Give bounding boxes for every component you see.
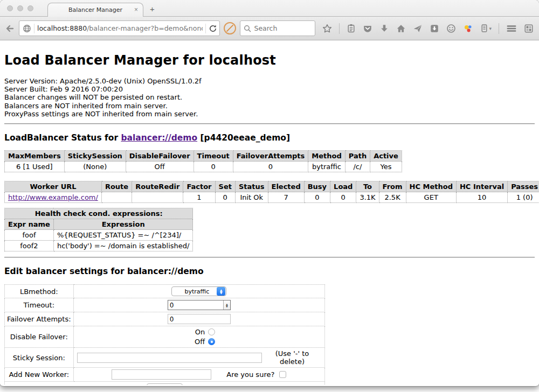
select-stepper-icon: ▲▼ [217,287,225,296]
table-cell: 0 [304,192,330,203]
submit-row: Submit [5,382,325,385]
failover-attempts-input[interactable] [168,314,231,324]
container-icon [480,24,489,33]
zoom-window-button[interactable] [27,5,33,11]
persist-notice-line: Balancer changes will NOT be persisted o… [4,93,535,101]
table-cell: (None) [64,162,126,172]
tab-close-button[interactable]: × [134,6,138,13]
sticky-session-hint: (Use '-' to delete) [262,349,322,366]
table-cell: 2.5K [379,192,406,203]
lbmethod-select[interactable]: bytraffic ▲▼ [171,286,226,296]
disable-failover-on-option: On [183,328,215,336]
health-check-table: Health check cond. expressions:Expr name… [4,208,193,251]
server-version-line: Server Version: Apache/2.5.0-dev (Unix) … [4,77,535,85]
balancer-demo-link[interactable]: balancer://demo [121,133,197,143]
are-you-sure-checkbox[interactable] [279,371,286,378]
column-header: From [379,181,406,192]
close-window-button[interactable] [7,5,13,11]
worker-table: Worker URLRouteRouteRedirFactorSetStatus… [4,181,539,203]
disable-failover-off-radio[interactable] [208,338,215,345]
downloads-button[interactable] [378,23,390,34]
submit-button[interactable]: Submit [147,383,183,385]
table-header-row: Worker URLRouteRouteRedirFactorSetStatus… [5,181,539,192]
table-cell: foof [5,230,54,241]
failover-attempts-label: Failover Attempts: [5,312,74,326]
menu-button[interactable] [505,23,518,34]
table-row: foof%{REQUEST_STATUS} =~ /^[234]/ [5,230,193,241]
inherit-notice-line: Balancers are NOT inherited from main se… [4,102,535,110]
edit-balancer-heading: Edit balancer settings for balancer://de… [4,267,535,276]
back-arrow-icon [4,23,15,34]
tab-balancer-manager[interactable]: Balancer Manager × [47,3,143,17]
save-box-button[interactable] [429,23,440,34]
new-tab-button[interactable]: + [150,4,155,13]
bookmark-button[interactable] [321,23,333,34]
column-header: HC Interval [456,181,507,192]
sticky-session-input[interactable] [77,353,262,363]
reading-list-button[interactable] [345,23,357,34]
tile-grid-button[interactable] [523,23,535,34]
status-heading-suffix: [p4420eeae_demo] [197,133,290,143]
toolbar-divider [339,23,340,34]
url-divider [34,24,34,33]
table-cell: foof2 [5,241,54,251]
search-bar[interactable] [240,20,315,36]
number-spinner-icon[interactable]: ▲▼ [223,300,230,310]
table-row: 6 [1 Used](None)Off00bytraffic/c/Yes [5,162,402,172]
lbmethod-label: LBmethod: [5,285,74,298]
disable-failover-off-option: Off [183,338,215,346]
status-heading-prefix: LoadBalancer Status for [4,133,121,143]
worker-url-link[interactable]: http://www.example.com/ [8,193,98,201]
table-cell: GET [406,192,456,203]
back-button[interactable] [4,23,15,34]
sticky-session-row: Sticky Session: (Use '-' to delete) [5,348,325,368]
pocket-button[interactable] [362,23,374,34]
blocked-plugin-icon[interactable] [224,22,236,34]
table-header-row: MaxMembersStickySessionDisableFailoverTi… [5,151,402,162]
disable-failover-options: On Off [76,328,322,346]
url-bar[interactable]: localhost:8880/balancer-manager?b=demo&n… [19,20,220,36]
reload-button[interactable] [209,24,217,33]
table-title: Health check cond. expressions: [5,208,193,219]
url-divider [205,24,206,33]
timeout-input[interactable] [168,300,223,310]
home-button[interactable] [395,23,407,34]
search-input[interactable] [254,24,308,32]
container-button[interactable]: ▾ [479,23,493,34]
add-worker-row: Add New Worker: Are you sure? [5,368,325,382]
pocket-icon [363,24,372,33]
table-cell [132,192,183,203]
title-bar: Balancer Manager × + [0,0,539,16]
column-header: StickySession [64,151,126,162]
send-tab-button[interactable] [412,23,424,34]
column-header: HC Method [406,181,456,192]
add-worker-label: Add New Worker: [5,368,74,382]
failover-attempts-row: Failover Attempts: [5,312,325,326]
table-cell: bytraffic [308,162,345,172]
colored-dots-icon [463,24,473,33]
globe-icon [23,24,31,33]
bookmark-star-icon [322,24,332,33]
download-arrow-icon [379,24,389,33]
balancer-status-table: MaxMembersStickySessionDisableFailoverTi… [4,150,402,172]
table-cell: 3.1K [356,192,379,203]
radio-off-label: Off [195,338,205,346]
column-header: RouteRedir [132,181,183,192]
table-cell: 0 [233,162,308,172]
disable-failover-on-radio[interactable] [208,328,215,335]
reload-icon [209,24,217,33]
lbmethod-selected-value: bytraffic [177,288,216,295]
add-worker-input[interactable] [112,369,211,380]
timeout-input-wrap: ▲▼ [168,300,231,310]
extension-dots-button[interactable] [462,23,474,34]
column-header: Route [101,181,132,192]
column-header: Expression [53,219,193,230]
feedback-button[interactable] [445,23,457,34]
page-content: Load Balancer Manager for localhost Serv… [0,40,539,385]
toolbar-icons: ▾ [321,23,535,34]
column-header: Active [370,151,402,162]
column-header: Factor [183,181,215,192]
minimize-window-button[interactable] [17,5,23,11]
table-cell [101,192,132,203]
column-header: Status [235,181,268,192]
